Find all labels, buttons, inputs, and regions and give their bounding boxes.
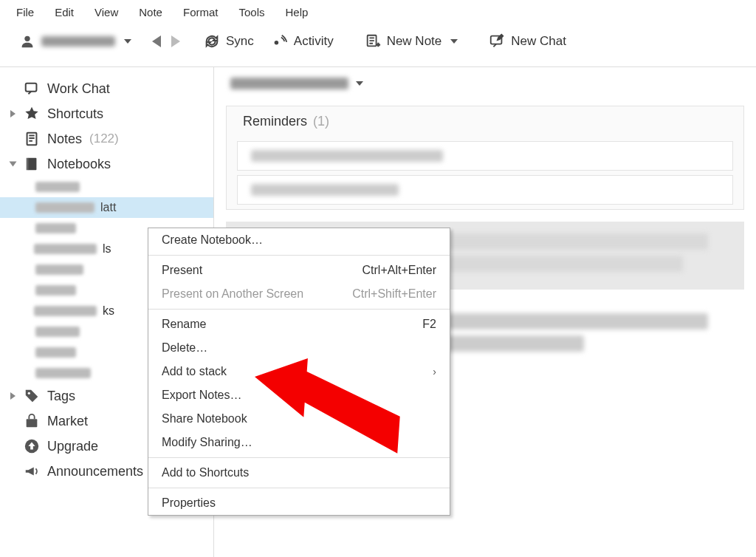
new-note-icon [365,33,381,49]
new-chat-icon [489,33,505,49]
new-chat-button[interactable]: New Chat [481,30,574,52]
sidebar-label: Tags [47,389,75,404]
svg-point-8 [28,392,30,394]
activity-icon [272,33,288,49]
ctx-create-notebook[interactable]: Create Notebook… [148,228,450,252]
menu-tools[interactable]: Tools [228,3,275,18]
ctx-present[interactable]: PresentCtrl+Alt+Enter [148,259,450,282]
user-name [41,36,115,47]
ctx-rename[interactable]: RenameF2 [148,312,450,336]
menu-view[interactable]: View [84,3,128,18]
reminders-label: Reminders [243,114,307,129]
new-chat-label: New Chat [511,34,566,49]
sidebar-label: Notebooks [47,157,111,172]
sidebar-item-workchat[interactable]: Work Chat [0,76,213,101]
context-menu: Create Notebook… PresentCtrl+Alt+Enter P… [148,228,450,516]
notebook-item[interactable] [0,177,213,197]
market-icon [24,413,40,429]
content-title [230,78,348,89]
ctx-properties[interactable]: Properties [148,491,450,515]
menu-bar: File Edit View Note Format Tools Help [0,0,756,22]
sidebar-item-shortcuts[interactable]: Shortcuts [0,101,213,126]
user-menu[interactable] [15,30,136,52]
svg-rect-7 [27,158,29,171]
reminders-panel: Reminders (1) [226,106,744,210]
ctx-modify-sharing[interactable]: Modify Sharing… [148,431,450,454]
menu-edit[interactable]: Edit [44,3,84,18]
sync-button[interactable]: Sync [196,30,261,52]
activity-button[interactable]: Activity [264,30,341,52]
svg-point-0 [24,36,30,41]
shortcut-label: F2 [422,318,436,331]
activity-label: Activity [294,34,334,49]
ctx-add-to-stack[interactable]: Add to stack› [148,360,450,383]
chevron-down-icon [450,39,458,44]
nav-back-button[interactable] [152,35,161,47]
separator [148,457,450,458]
sidebar-label: Market [47,414,88,429]
note-icon [24,131,40,147]
chat-icon [24,81,40,97]
separator [148,488,450,488]
reminder-row[interactable] [237,175,733,205]
new-note-button[interactable]: New Note [357,30,466,52]
upgrade-icon [24,438,40,454]
shortcut-label: Ctrl+Shift+Enter [352,287,436,301]
submenu-arrow-icon: › [433,366,436,377]
menu-file[interactable]: File [6,3,44,18]
reminders-header[interactable]: Reminders (1) [227,106,743,137]
sidebar-label: Notes [47,131,82,147]
chevron-down-icon [124,39,131,44]
notebook-item-selected[interactable]: latt [0,197,213,218]
menu-help[interactable]: Help [275,3,319,18]
sidebar-item-notebooks[interactable]: Notebooks [0,151,213,177]
svg-rect-4 [26,83,37,92]
svg-rect-6 [28,158,37,171]
shortcut-label: Ctrl+Alt+Enter [362,264,436,277]
sidebar-label: Announcements [47,464,143,479]
star-icon [24,106,40,122]
ctx-add-to-shortcuts[interactable]: Add to Shortcuts [148,461,450,485]
notes-count: (122) [89,131,119,146]
notebook-suffix: latt [100,201,116,214]
ctx-share-notebook[interactable]: Share Notebook [148,407,450,431]
ctx-delete[interactable]: Delete… [148,336,450,360]
new-note-label: New Note [387,34,442,49]
sidebar-label: Shortcuts [47,106,103,122]
sync-icon [204,33,220,49]
separator [148,309,450,310]
content-header[interactable] [214,78,756,100]
toolbar: Sync Activity New Note New Chat [0,22,756,66]
notebook-icon [24,156,40,172]
megaphone-icon [24,463,40,479]
user-icon [19,33,35,49]
sync-label: Sync [226,34,254,49]
menu-note[interactable]: Note [128,3,173,18]
ctx-present-other: Present on Another ScreenCtrl+Shift+Ente… [148,282,450,306]
sidebar-item-notes[interactable]: Notes (122) [0,126,213,151]
ctx-export-notes[interactable]: Export Notes… [148,383,450,407]
tag-icon [24,388,40,404]
sidebar-label: Work Chat [47,81,110,97]
nav-forward-button[interactable] [171,35,180,47]
svg-rect-9 [27,419,38,427]
svg-point-1 [274,41,278,45]
reminders-count: (1) [313,114,329,129]
chevron-down-icon [356,81,363,86]
menu-format[interactable]: Format [173,3,229,18]
reminder-row[interactable] [237,141,733,171]
separator [148,255,450,256]
sidebar-label: Upgrade [47,439,98,454]
